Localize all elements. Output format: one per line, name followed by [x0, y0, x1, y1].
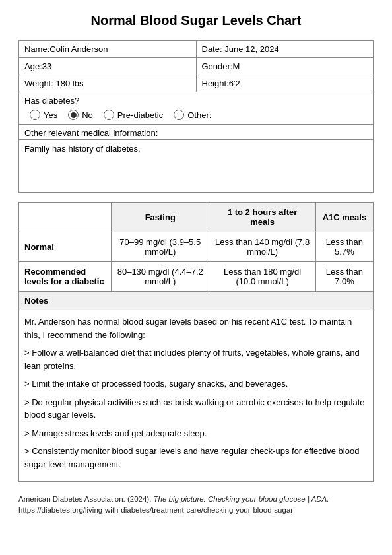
radio-prediabetic[interactable]: Pre-diabetic [104, 110, 163, 120]
footer-citation-italic: The big picture: Checking your blood glu… [154, 495, 329, 503]
weight-label: Weight: [24, 79, 53, 88]
date-label: Date: [202, 44, 222, 54]
radio-yes-circle[interactable] [30, 110, 40, 120]
blood-sugar-chart: Fasting 1 to 2 hours after meals A1C mea… [18, 202, 374, 292]
notes-bullet-1: > Follow a well-balanced diet that inclu… [24, 346, 368, 372]
page-title: Normal Blood Sugar Levels Chart [18, 13, 374, 28]
age-value: 33 [42, 61, 51, 71]
radio-no[interactable]: No [68, 110, 93, 120]
radio-other-label: Other: [187, 110, 211, 120]
age-label: Age: [24, 61, 42, 71]
medical-info-content: Family has history of diabetes. [18, 140, 374, 193]
row-normal-a1c: Less than 5.7% [315, 232, 373, 262]
notes-intro: Mr. Anderson has normal blood sugar leve… [24, 315, 368, 341]
gender-value: M [232, 61, 240, 71]
notes-content: Mr. Anderson has normal blood sugar leve… [19, 310, 373, 481]
name-value: Colin Anderson [49, 44, 108, 54]
notes-bullet-4: > Manage stress levels and get adequate … [24, 427, 368, 440]
radio-other[interactable]: Other: [174, 110, 211, 120]
radio-prediabetic-label: Pre-diabetic [117, 110, 163, 120]
radio-no-label: No [82, 110, 93, 120]
row-normal-label: Normal [19, 232, 112, 262]
notes-header: Notes [19, 292, 373, 310]
row-normal-fasting: 70–99 mg/dl (3.9–5.5 mmol/L) [112, 232, 209, 262]
radio-yes-label: Yes [44, 110, 57, 120]
radio-yes[interactable]: Yes [30, 110, 57, 120]
table-row-diabetic: Recommended levels for a diabetic 80–130… [19, 262, 374, 292]
date-value: June 12, 2024 [224, 44, 278, 54]
notes-bullet-2: > Limit the intake of processed foods, s… [24, 377, 368, 391]
radio-other-circle[interactable] [174, 110, 184, 120]
row-diabetic-after-meals: Less than 180 mg/dl (10.0 mmol/L) [209, 262, 315, 292]
has-diabetes-label: Has diabetes? [24, 96, 79, 106]
radio-prediabetic-circle[interactable] [104, 110, 114, 120]
row-normal-after-meals: Less than 140 mg/dl (7.8 mmol/L) [209, 232, 315, 262]
height-label: Height: [202, 79, 229, 88]
notes-bullet-3: > Do regular physical activities such as… [24, 396, 368, 422]
notes-bullet-5: > Consistently monitor blood sugar level… [24, 445, 368, 471]
footer-url: https://diabetes.org/living-with-diabete… [18, 506, 293, 514]
radio-no-circle[interactable] [68, 110, 79, 120]
row-diabetic-fasting: 80–130 mg/dl (4.4–7.2 mmol/L) [112, 262, 209, 292]
table-row-normal: Normal 70–99 mg/dl (3.9–5.5 mmol/L) Less… [19, 232, 374, 262]
col-header-fasting: Fasting [112, 203, 209, 232]
row-diabetic-a1c: Less than 7.0% [315, 262, 373, 292]
col-header-a1c: A1C meals [315, 203, 373, 232]
height-value: 6'2 [229, 79, 240, 88]
medical-info-value: Family has history of diabetes. [24, 144, 141, 154]
name-label: Name: [24, 44, 49, 54]
col-header-empty [19, 203, 112, 232]
footer-citation-prefix: American Diabetes Association. (2024). [18, 495, 154, 503]
row-diabetic-label: Recommended levels for a diabetic [19, 262, 112, 292]
gender-label: Gender: [202, 61, 233, 71]
medical-info-label: Other relevant medical information: [24, 128, 158, 138]
notes-section: Notes Mr. Anderson has normal blood suga… [18, 292, 374, 482]
diabetes-radio-group: Yes No Pre-diabetic Other: [24, 110, 368, 120]
col-header-after-meals: 1 to 2 hours after meals [209, 203, 315, 232]
weight-value: 180 lbs [55, 79, 83, 88]
footer: American Diabetes Association. (2024). T… [18, 494, 374, 517]
